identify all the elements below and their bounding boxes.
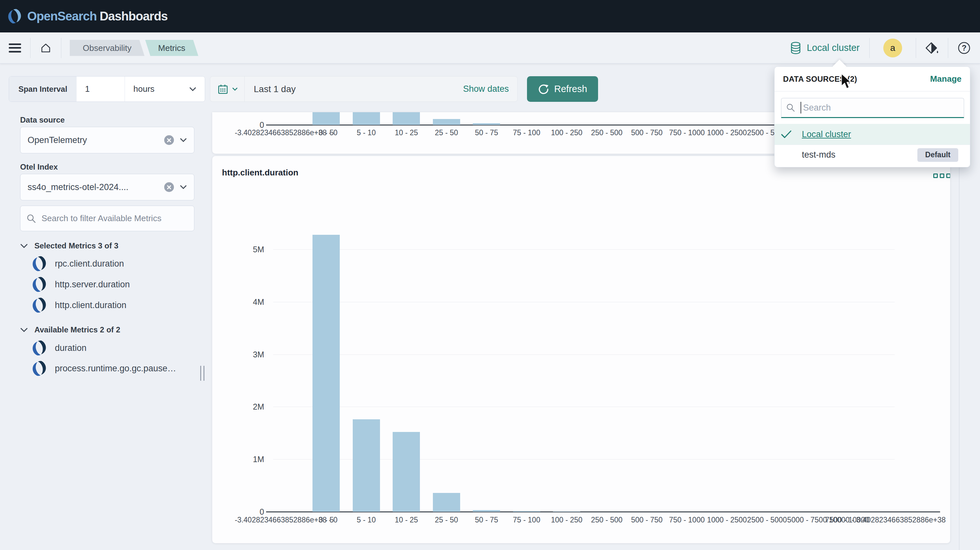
x-tick-label: 100 - 250	[551, 516, 582, 525]
chevron-down-icon[interactable]	[180, 185, 187, 189]
gridline	[273, 249, 895, 250]
metric-item-rpc-client-duration[interactable]: rpc.client.duration	[31, 255, 124, 272]
opensearch-logo-icon	[6, 8, 23, 24]
bar	[393, 112, 420, 125]
data-source-value: OpenTelemetry	[28, 135, 87, 145]
x-tick-label: 100 - 250	[551, 128, 582, 137]
menu-icon[interactable]	[9, 43, 21, 52]
otel-index-label: Otel Index	[20, 162, 58, 171]
database-icon	[789, 41, 803, 55]
breadcrumb-observability[interactable]: Observability	[70, 40, 145, 56]
clear-icon[interactable]	[164, 182, 174, 192]
metrics-search-input[interactable]	[41, 213, 188, 224]
app-header: OpenSearchDashboards	[0, 0, 980, 32]
calendar-icon	[217, 83, 229, 95]
x-tick-label: 750 - 1000	[669, 128, 705, 137]
gridline	[273, 407, 895, 407]
bar	[553, 511, 580, 512]
date-quick-select-button[interactable]	[210, 76, 245, 101]
bar	[393, 432, 420, 512]
data-source-label: Data source	[20, 116, 65, 125]
refresh-label: Refresh	[554, 84, 587, 94]
popup-header: DATA SOURCES (2) Manage	[775, 67, 970, 92]
nav-divider	[869, 38, 870, 58]
svg-text:?: ?	[962, 43, 967, 52]
sidebar-resize-handle[interactable]	[200, 366, 204, 381]
nav-left: Observability Metrics	[0, 32, 198, 63]
date-range-value[interactable]: Last 1 day	[254, 84, 296, 94]
show-dates-link[interactable]: Show dates	[463, 84, 509, 94]
default-badge: Default	[917, 148, 958, 162]
available-metrics-header[interactable]: Available Metrics 2 of 2	[20, 325, 120, 334]
popup-search-input[interactable]	[802, 103, 959, 113]
bar	[473, 510, 500, 512]
search-icon	[786, 103, 795, 113]
span-unit-value: hours	[134, 84, 154, 94]
content-edge-divider	[959, 112, 959, 550]
opensearch-metric-icon	[31, 297, 48, 314]
x-tick-label: 10 - 25	[395, 128, 418, 137]
x-tick-label: 750 - 1000	[669, 516, 705, 525]
opensearch-metric-icon	[31, 339, 48, 357]
x-tick-label: 10 - 25	[395, 516, 418, 525]
bar	[312, 112, 340, 125]
data-source-selector-button[interactable]: Local cluster	[789, 41, 860, 55]
brand-text: OpenSearchDashboards	[27, 10, 168, 23]
y-tick-label: 0	[225, 507, 264, 517]
clear-icon[interactable]	[164, 135, 174, 145]
selected-metrics-header[interactable]: Selected Metrics 3 of 3	[20, 241, 118, 250]
metric-item-http-server-duration[interactable]: http.server.duration	[31, 276, 130, 293]
y-tick-label: 3M	[225, 350, 264, 359]
x-tick-label: 250 - 500	[591, 516, 622, 525]
bar	[353, 419, 380, 512]
span-unit-select[interactable]: hours	[125, 76, 205, 101]
bar	[473, 123, 500, 125]
home-icon[interactable]	[30, 32, 61, 63]
span-interval-label: Span Interval	[9, 76, 76, 101]
bar	[433, 493, 460, 512]
panel-actions-icon[interactable]	[933, 173, 950, 178]
bar	[513, 511, 540, 512]
x-tick-label: 1000 - 2500	[707, 516, 747, 525]
breadcrumb-metrics[interactable]: Metrics	[145, 40, 198, 56]
opensearch-dashboards-app: OpenSearchDashboards Observability Metri…	[0, 0, 980, 550]
y-tick-label: 5M	[225, 245, 264, 254]
y-tick-label: 2M	[225, 402, 264, 412]
date-picker: Last 1 day Show dates	[210, 76, 518, 102]
x-tick-label: 5 - 10	[356, 128, 376, 137]
x-tick-label: 0 - 5	[319, 128, 334, 137]
data-sources-popup: DATA SOURCES (2) Manage Local cluster te…	[774, 67, 970, 167]
gridline	[273, 302, 895, 302]
chevron-down-icon[interactable]	[180, 138, 187, 143]
span-interval-input[interactable]	[76, 76, 125, 101]
x-tick-label: 25 - 50	[435, 128, 458, 137]
popup-search	[781, 98, 964, 118]
manage-link[interactable]: Manage	[930, 74, 961, 84]
local-cluster-label: Local cluster	[807, 43, 860, 53]
metric-item-process-runtime[interactable]: process.runtime.go.gc.pause…	[31, 360, 176, 377]
otel-index-combo[interactable]: ss4o_metrics-otel-2024....	[20, 174, 194, 200]
metric-item-duration[interactable]: duration	[31, 339, 87, 357]
refresh-button[interactable]: Refresh	[527, 76, 598, 102]
metrics-search	[20, 206, 194, 231]
chevron-down-icon	[232, 87, 238, 91]
x-tick-label: 25 - 50	[435, 516, 458, 525]
data-source-combo[interactable]: OpenTelemetry	[20, 127, 194, 154]
theme-icon[interactable]	[916, 32, 948, 63]
chart-panel-http-client-duration: http.client.duration 01M2M3M4M5M-3.40282…	[212, 156, 950, 543]
help-icon[interactable]: ?	[948, 32, 980, 63]
x-tick-label: 2500 - 5000	[747, 516, 787, 525]
span-interval-control: Span Interval hours	[9, 76, 205, 102]
data-source-option-local-cluster[interactable]: Local cluster	[775, 124, 970, 145]
x-tick-label: 250 - 500	[591, 128, 622, 137]
brand-logo[interactable]: OpenSearchDashboards	[6, 8, 168, 24]
bar	[433, 119, 460, 125]
x-tick-label: 75 - 100	[513, 128, 540, 137]
data-source-option-test-mds[interactable]: test-mds Default	[775, 145, 970, 165]
y-tick-label: 1M	[225, 455, 264, 464]
metric-item-http-client-duration[interactable]: http.client.duration	[31, 297, 127, 314]
avatar[interactable]: a	[883, 39, 902, 57]
brand-primary: OpenSearch	[27, 10, 97, 23]
x-tick-label: 10000 - 3.4028234663852886e+38	[829, 516, 946, 525]
chevron-down-icon	[20, 328, 28, 333]
